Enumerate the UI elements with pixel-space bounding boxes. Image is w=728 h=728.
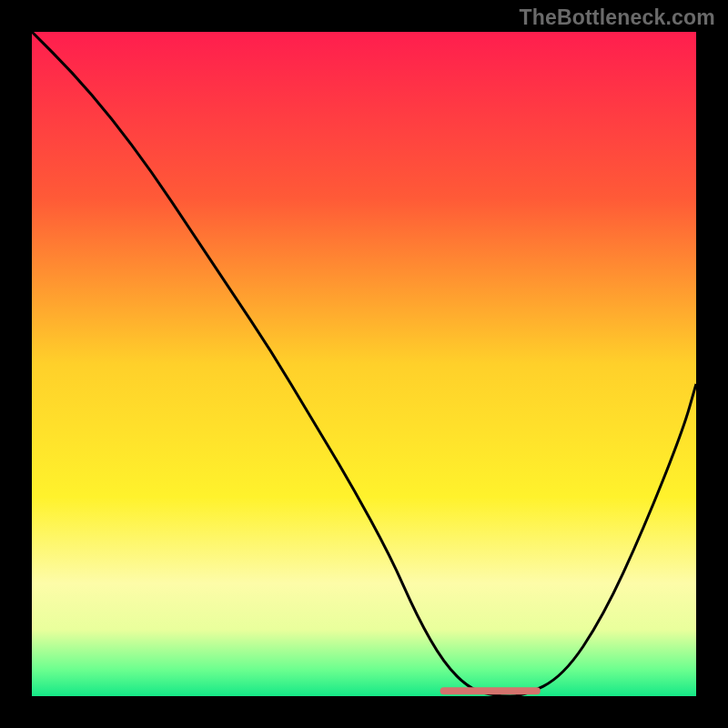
watermark-text: TheBottleneck.com <box>519 5 715 30</box>
plot-area <box>32 32 696 696</box>
gradient-background <box>32 32 696 696</box>
chart-frame: TheBottleneck.com <box>0 0 728 728</box>
chart-svg <box>32 32 696 696</box>
